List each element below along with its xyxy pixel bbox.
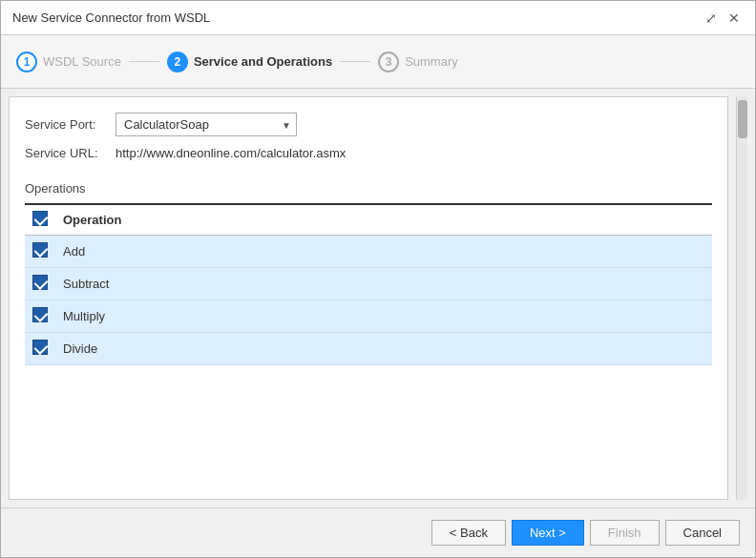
operation-checkbox[interactable] [32,275,48,290]
dialog: New Service Connector from WSDL ⤢ ✕ 1 WS… [0,0,756,558]
maximize-button[interactable]: ⤢ [702,9,721,28]
operation-name: Multiply [55,300,712,333]
table-row: Divide [25,333,712,365]
title-bar-controls: ⤢ ✕ [702,9,744,28]
operations-table: Operation Add Subtract Multiply [25,203,712,365]
select-all-checkbox[interactable] [32,211,48,226]
footer: < Back Next > Finish Cancel [1,507,755,557]
step-label-3: Summary [405,54,458,69]
row-checkbox-cell [25,300,55,333]
scrollbar-thumb [738,100,747,138]
content-area: Service Port: CalculatorSoap ▼ Service U… [1,89,755,507]
service-port-row: Service Port: CalculatorSoap ▼ [25,113,712,136]
step-summary[interactable]: 3 Summary [378,52,458,72]
header-checkbox-cell [25,204,55,236]
scrollbar[interactable] [736,96,747,500]
table-header-row: Operation [25,204,712,236]
operation-name: Add [55,236,712,268]
step-wsdl-source[interactable]: 1 WSDL Source [16,52,121,72]
title-bar: New Service Connector from WSDL ⤢ ✕ [1,1,755,35]
service-port-select-wrapper: CalculatorSoap ▼ [116,113,297,136]
operation-name: Divide [55,333,712,365]
table-row: Subtract [25,268,712,300]
main-panel: Service Port: CalculatorSoap ▼ Service U… [9,96,728,500]
step-separator-2 [340,61,370,62]
cancel-button[interactable]: Cancel [665,520,740,546]
operations-section-title: Operations [25,181,712,196]
row-checkbox-cell [25,333,55,365]
operation-column-header: Operation [55,204,712,236]
operation-name: Subtract [55,268,712,300]
operation-checkbox[interactable] [32,307,48,322]
operation-checkbox[interactable] [32,242,48,258]
table-row: Multiply [25,300,712,333]
step-circle-2: 2 [167,52,188,72]
row-checkbox-cell [25,236,55,268]
table-row: Add [25,236,712,268]
step-service-operations[interactable]: 2 Service and Operations [167,52,332,72]
dialog-title: New Service Connector from WSDL [12,10,210,25]
service-url-row: Service URL: http://www.dneonline.com/ca… [25,146,712,160]
step-label-2: Service and Operations [194,54,332,69]
next-button[interactable]: Next > [512,520,584,546]
step-label-1: WSDL Source [43,54,121,69]
step-separator-1 [129,61,159,62]
service-port-label: Service Port: [25,117,116,132]
finish-button[interactable]: Finish [590,520,660,546]
service-url-label: Service URL: [25,146,116,160]
service-url-value: http://www.dneonline.com/calculator.asmx [116,146,346,160]
row-checkbox-cell [25,268,55,300]
wizard-steps: 1 WSDL Source 2 Service and Operations 3… [1,35,755,89]
step-circle-1: 1 [16,52,37,72]
back-button[interactable]: < Back [431,520,506,546]
operation-checkbox[interactable] [32,340,48,355]
service-port-select[interactable]: CalculatorSoap [116,113,297,136]
step-circle-3: 3 [378,52,399,72]
close-button[interactable]: ✕ [724,9,744,28]
